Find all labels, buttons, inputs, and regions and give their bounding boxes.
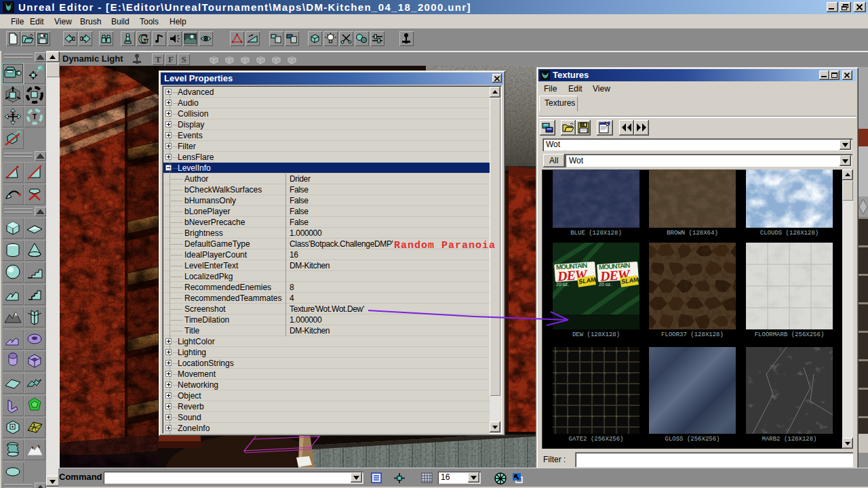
- svg-text:T: T: [11, 113, 15, 121]
- svg-text:T: T: [33, 113, 37, 121]
- svg-text:G: G: [138, 33, 149, 45]
